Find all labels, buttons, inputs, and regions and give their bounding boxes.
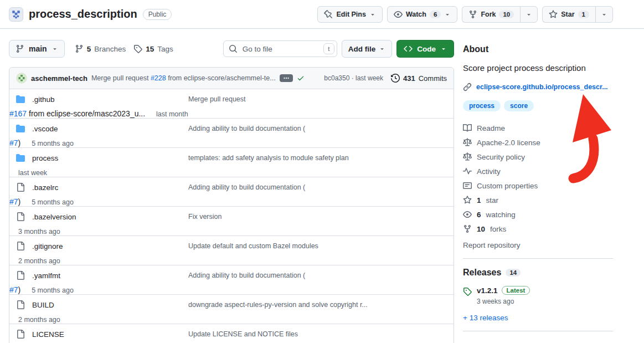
commit-age: last month [156,110,188,118]
header-actions: Edit Pins Watch 6 Fork 10 Star 1 [317,6,613,23]
sidebar-item-stars[interactable]: 1 star [463,196,613,204]
commit-message[interactable]: Update LICENSE and NOTICE files [188,330,447,338]
topic-pill-process[interactable]: process [463,100,501,111]
folder-icon [16,95,25,104]
table-row[interactable]: .github Merge pull request [9,89,454,109]
table-row[interactable]: .bazelversion Fix version [9,206,454,227]
file-name[interactable]: BUILD [32,301,188,309]
pr-link[interactable]: #7 [9,139,18,147]
history-icon [391,74,400,83]
about-title: About [463,44,613,54]
check-icon[interactable] [297,74,305,82]
sidebar-item-custom-properties[interactable]: Custom properties [463,181,613,190]
releases-title[interactable]: Releases [463,268,501,278]
file-name[interactable]: process [32,154,188,162]
commit-message[interactable]: Adding ability to build documentation ( [188,125,447,132]
commit-message[interactable]: Adding ability to build documentation ( [188,272,447,279]
tags-link[interactable]: 15 Tags [133,44,173,53]
law-icon [463,152,472,161]
file-name[interactable]: LICENSE [32,330,188,339]
star-count-badge: 1 [578,11,589,18]
report-repository-link[interactable]: Report repository [463,241,521,249]
git-branch-icon [16,44,24,53]
file-icon [16,212,25,221]
link-icon [463,83,472,91]
branch-selector[interactable]: main [9,40,65,58]
sidebar-item-activity[interactable]: Activity [463,167,613,176]
keyboard-shortcut-hint: t [323,43,334,54]
branches-link[interactable]: 5 Branches [75,44,126,53]
pr-link[interactable]: #228 [151,74,166,82]
commit-message[interactable]: Adding ability to build documentation ( [188,183,447,191]
fork-button[interactable]: Fork 10 [462,6,520,23]
file-name[interactable]: .github [32,95,188,104]
pr-link[interactable]: #167 [9,109,27,118]
release-details: v1.2.1 Latest 3 weeks ago [477,286,530,305]
sidebar-item-watching[interactable]: 6 watching [463,210,613,219]
commit-history-link[interactable]: 431 Commits [391,74,447,83]
table-row[interactable]: .gitignore Update default and custom Baz… [9,236,454,256]
more-releases-link[interactable]: + 13 releases [463,314,508,322]
add-file-button[interactable]: Add file [342,40,393,58]
commit-age: 3 months ago [18,228,60,236]
star-dropdown-button[interactable] [595,6,613,23]
go-to-file-field[interactable] [241,44,320,54]
website-link[interactable]: eclipse-score.github.io/process_descr... [463,83,613,91]
triangle-down-icon [525,11,532,18]
go-to-file-input[interactable]: t [223,40,337,57]
fork-dropdown-button[interactable] [520,6,538,23]
commit-expander-button[interactable] [280,74,293,82]
file-icon [16,330,25,339]
sidebar-item-forks[interactable]: 10 forks [463,224,613,233]
watch-button[interactable]: Watch 6 [387,6,457,23]
table-row[interactable]: .bazelrc Adding ability to build documen… [9,177,454,197]
release-tag-link[interactable]: v1.2.1 [477,286,498,295]
code-button[interactable]: Code [396,40,454,58]
file-name[interactable]: .bazelversion [32,213,188,221]
repo-toolbar: main 5 Branches 15 Tags t Add file [9,40,454,58]
eye-icon [463,210,472,219]
watch-count-badge: 6 [430,11,441,18]
left-column: main 5 Branches 15 Tags t Add file [9,40,454,343]
file-name[interactable]: .yamlfmt [32,272,188,280]
commit-message[interactable]: Fix version [188,213,447,221]
file-name[interactable]: .gitignore [32,242,188,250]
sidebar-item-security-policy[interactable]: Security policy [463,152,613,161]
avatar[interactable] [16,73,27,84]
commit-message[interactable]: Update default and custom Bazel modules [188,242,447,250]
commit-message[interactable]: downgrade aspect-rules-py-version and so… [188,301,447,309]
commit-message[interactable]: templates: add safety analysis to module… [188,154,447,162]
table-row[interactable]: process templates: add safety analysis t… [9,147,454,168]
table-row[interactable]: LICENSE Update LICENSE and NOTICE files [9,324,454,343]
divider [463,331,613,331]
commit-author[interactable]: aschemmel-tech [31,74,87,83]
file-name[interactable]: .bazelrc [32,183,188,192]
triangle-down-icon [440,45,447,52]
topics: process score [463,100,613,111]
release-item: v1.2.1 Latest 3 weeks ago [463,286,613,305]
sidebar-item-readme[interactable]: Readme [463,124,613,132]
triangle-down-icon [51,45,58,52]
triangle-down-icon [601,11,607,18]
sidebar-item-license[interactable]: Apache-2.0 license [463,138,613,147]
file-icon [16,271,25,280]
commit-message[interactable]: Merge pull request #228 from eclipse-sco… [91,74,276,82]
page-title[interactable]: process_description [29,8,137,21]
pr-link[interactable]: #7 [9,285,18,294]
table-row[interactable]: .yamlfmt Adding ability to build documen… [9,265,454,285]
edit-pins-button[interactable]: Edit Pins [317,6,382,23]
divider [463,258,613,259]
file-name[interactable]: .vscode [32,125,188,133]
commit-age: 5 months ago [32,198,74,206]
topic-pill-score[interactable]: score [504,100,534,111]
star-button[interactable]: Star 1 [542,6,595,23]
commit-age: last week [18,169,47,177]
table-row[interactable]: BUILD downgrade aspect-rules-py-version … [9,294,454,315]
star-icon [549,10,558,19]
commit-sha-time[interactable]: bc0a350 · last week [324,74,383,82]
pr-link[interactable]: #7 [9,197,18,206]
commit-message[interactable]: Merge pull request [188,95,447,103]
table-row[interactable]: .vscode Adding ability to build document… [9,118,454,139]
commit-age: 5 months ago [32,286,74,294]
repo-avatar[interactable] [9,7,23,22]
